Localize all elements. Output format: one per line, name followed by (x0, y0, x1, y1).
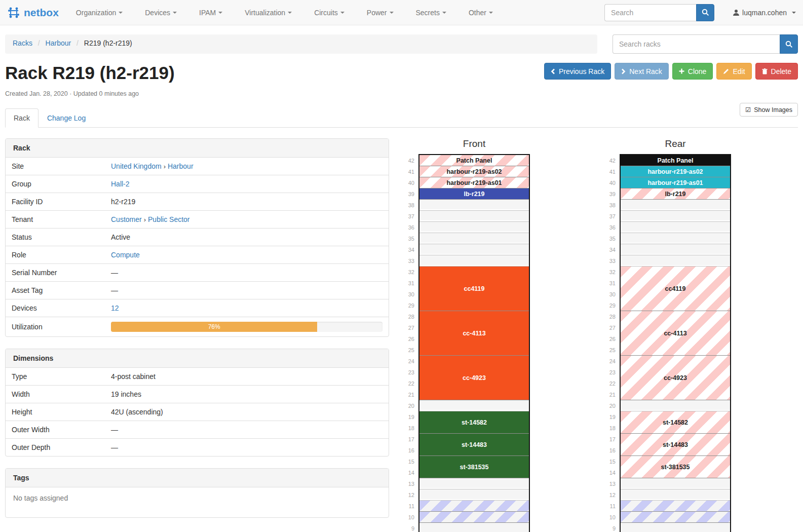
rack-unit-empty (419, 222, 529, 233)
unit-number: 37 (405, 211, 418, 222)
netbox-brand-link[interactable]: netbox (7, 6, 59, 19)
rack-device-st-14582[interactable]: st-14582 (419, 411, 529, 434)
role-link[interactable]: Compute (111, 251, 140, 259)
unit-number: 30 (405, 289, 418, 300)
unit-number: 22 (606, 378, 620, 389)
nav-item-power[interactable]: Power (367, 9, 394, 17)
rack-device-patch-panel[interactable]: Patch Panel (621, 155, 730, 166)
rack-device-st-14483[interactable]: st-14483 (419, 434, 529, 456)
unit-number: 10 (606, 512, 620, 523)
unit-number: 28 (405, 311, 418, 322)
chevron-left-icon (551, 68, 555, 74)
nav-item-label: Virtualization (245, 9, 285, 17)
chevron-down-icon (340, 12, 345, 14)
attr-label: Devices (6, 299, 105, 317)
rack-device-st-381535[interactable]: st-381535 (621, 456, 730, 478)
next-rack-button[interactable]: Next Rack (615, 63, 669, 80)
tags-panel-title: Tags (6, 469, 389, 487)
attr-label: Outer Depth (6, 439, 105, 457)
rack-search-input[interactable] (613, 34, 780, 54)
checked-box-icon: ☑ (745, 106, 751, 113)
rack-device-cc-4113[interactable]: cc-4113 (621, 311, 730, 356)
tenant-group-link[interactable]: Customer (111, 215, 142, 223)
user-icon (733, 9, 740, 16)
tags-panel: Tags No tags assigned (5, 468, 389, 518)
user-name: luqman.cohen (742, 9, 787, 17)
tenant-link[interactable]: Public Sector (148, 215, 189, 223)
rack-panel: Rack Site United Kingdom›Harbour Group H… (5, 138, 389, 337)
rack-device-harbour-r219-as01[interactable]: harbour-r219-as01 (621, 177, 730, 188)
previous-rack-button[interactable]: Previous Rack (544, 63, 611, 80)
nav-item-virtualization[interactable]: Virtualization (245, 9, 292, 17)
page-actions: Previous Rack Next Rack Clone Edit Delet… (544, 63, 798, 80)
devices-count-link[interactable]: 12 (111, 304, 119, 312)
unit-number: 33 (606, 255, 620, 267)
edit-button[interactable]: Edit (716, 63, 751, 80)
outer-width-value: — (105, 421, 389, 439)
utilization-percent: 76% (208, 323, 220, 330)
delete-button[interactable]: Delete (755, 63, 798, 80)
nav-item-label: Power (367, 9, 387, 17)
breadcrumb-link-harbour[interactable]: Harbour (46, 39, 71, 47)
rack-device-cc4119[interactable]: cc4119 (621, 267, 730, 311)
nav-item-ipam[interactable]: IPAM (199, 9, 222, 17)
rack-device-cc-4923[interactable]: cc-4923 (419, 356, 529, 400)
nav-item-circuits[interactable]: Circuits (314, 9, 345, 17)
row-tenant: Tenant Customer›Public Sector (6, 211, 389, 229)
attr-label: Asset Tag (6, 282, 105, 299)
rack-device-cc4119[interactable]: cc4119 (419, 267, 529, 311)
nav-item-organization[interactable]: Organization (76, 9, 123, 17)
nav-item-label: Circuits (314, 9, 338, 17)
site-link[interactable]: Harbour (168, 162, 194, 170)
rack-device-st-381535[interactable]: st-381535 (419, 456, 529, 478)
breadcrumb-link-racks[interactable]: Racks (13, 39, 32, 47)
rack-device-st-14582[interactable]: st-14582 (621, 411, 730, 434)
unit-number: 21 (405, 389, 418, 400)
global-search-button[interactable] (696, 4, 714, 21)
rack-unit-empty (621, 523, 730, 532)
attr-label: Site (6, 158, 105, 175)
nav-item-devices[interactable]: Devices (145, 9, 177, 17)
rack-device-lb-r219[interactable]: lb-r219 (621, 188, 730, 200)
user-menu[interactable]: luqman.cohen (733, 9, 796, 17)
row-status: Status Active (6, 229, 389, 246)
site-region-link[interactable]: United Kingdom (111, 162, 162, 170)
attr-label: Type (6, 368, 105, 386)
rack-device-patch-panel[interactable]: Patch Panel (419, 155, 529, 166)
unit-number: 9 (405, 523, 418, 532)
tab-change-log[interactable]: Change Log (39, 108, 94, 128)
show-images-button[interactable]: ☑ Show Images (740, 103, 798, 117)
nav-item-secrets[interactable]: Secrets (416, 9, 446, 17)
attr-label: Serial Number (6, 264, 105, 282)
rack-device-st-14483[interactable]: st-14483 (621, 434, 730, 456)
unit-number: 17 (405, 434, 418, 445)
unit-number: 24 (405, 356, 418, 367)
group-link[interactable]: Hall-2 (111, 180, 130, 188)
rack-unit-empty (419, 489, 529, 501)
rack-unit-empty (621, 400, 730, 411)
chevron-down-icon (489, 12, 493, 14)
rack-device-harbour-r219-as02[interactable]: harbour-r219-as02 (621, 166, 730, 177)
tab-rack[interactable]: Rack (5, 108, 39, 128)
unit-number: 40 (405, 177, 418, 188)
rack-unit-empty (621, 222, 730, 233)
global-search-input[interactable] (604, 4, 696, 21)
unit-number: 34 (606, 244, 620, 255)
rack-device-lb-r219[interactable]: lb-r219 (419, 188, 529, 200)
nav-item-other[interactable]: Other (469, 9, 493, 17)
unit-number: 19 (405, 411, 418, 423)
rack-device-harbour-r219-as02[interactable]: harbour-r219-as02 (419, 166, 529, 177)
attr-label: Group (6, 175, 105, 193)
nav-item-label: IPAM (199, 9, 216, 17)
attr-label: Facility ID (6, 193, 105, 211)
row-utilization: Utilization 76% (6, 317, 389, 337)
unit-number: 36 (405, 222, 418, 233)
unit-number: 32 (606, 267, 620, 278)
rack-device-harbour-r219-as01[interactable]: harbour-r219-as01 (419, 177, 529, 188)
rack-unit-empty (419, 200, 529, 211)
clone-button[interactable]: Clone (672, 63, 713, 80)
rack-device-cc-4923[interactable]: cc-4923 (621, 356, 730, 400)
unit-number: 13 (405, 478, 418, 489)
rack-device-cc-4113[interactable]: cc-4113 (419, 311, 529, 356)
rack-search-button[interactable] (780, 34, 798, 54)
